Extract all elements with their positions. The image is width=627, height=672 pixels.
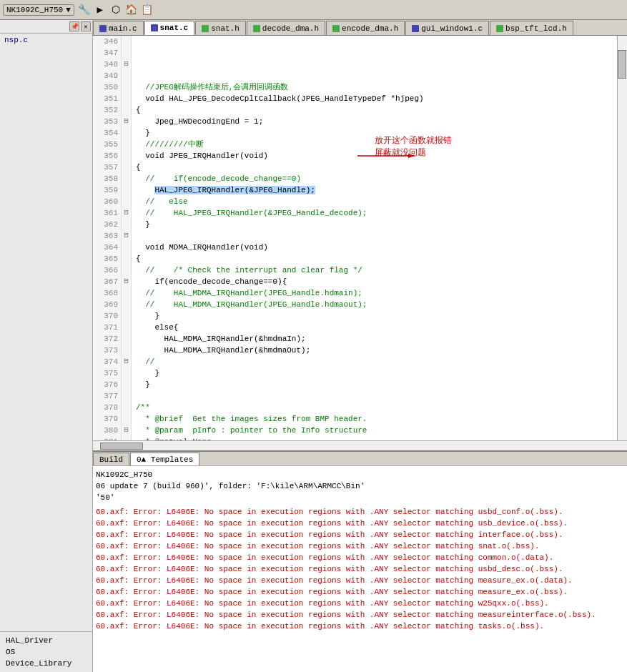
dropdown-icon: ▼ xyxy=(66,6,71,14)
fold-mark-370 xyxy=(122,310,131,322)
code-line-369: HAL_MDMA_IRQHandler(&hmdmaOut); xyxy=(132,345,617,356)
line-number-362: 362 xyxy=(93,219,121,230)
tab-label-main_c: main.c xyxy=(109,24,137,33)
icon-4[interactable]: 🏠 xyxy=(124,3,139,17)
code-line-372: } xyxy=(132,379,617,390)
tab-build[interactable]: Build xyxy=(93,453,129,465)
line-numbers: 3463473483493503513523533543553563573583… xyxy=(93,36,122,440)
tab-gui_window1_c[interactable]: gui_window1.c xyxy=(405,21,489,35)
sidebar-item-hal-driver[interactable]: HAL_Driver xyxy=(3,635,89,646)
editor-container: main.csnat.csnat.hdecode_dma.hencode_dma… xyxy=(93,20,627,672)
sidebar-close-button[interactable]: ✕ xyxy=(81,21,91,31)
code-line-362: // /* Check the interrupt and clear flag… xyxy=(132,265,617,276)
bottom-error-line: 60.axf: Error: L6406E: No space in execu… xyxy=(96,575,624,586)
code-line-364: // HAL_MDMA_IRQHandler(JPEG_Handle.hdmai… xyxy=(132,287,617,299)
line-number-351: 351 xyxy=(93,93,121,104)
tab-templates[interactable]: 0▲ Templates xyxy=(130,453,199,465)
code-line-375: * @brief Get the images sizes from BMP h… xyxy=(132,413,617,425)
fold-mark-372 xyxy=(122,333,131,345)
sidebar-pin-button[interactable]: 📌 xyxy=(69,21,79,31)
fold-mark-374[interactable]: ⊟ xyxy=(122,356,131,367)
bottom-error-line: 60.axf: Error: L6406E: No space in execu… xyxy=(96,506,624,518)
line-number-364: 364 xyxy=(93,242,121,253)
project-title-text: NK1092C_H750 xyxy=(6,6,63,14)
code-line-347: void HAL_JPEG_DecodeCpltCallback(JPEG_Ha… xyxy=(132,93,617,104)
sidebar-top: 📌 ✕ xyxy=(0,20,92,34)
line-number-354: 354 xyxy=(93,127,121,139)
fold-mark-368 xyxy=(122,287,131,299)
fold-mark-358 xyxy=(122,173,131,184)
code-line-373 xyxy=(132,390,617,402)
fold-mark-354 xyxy=(122,127,131,139)
sidebar-item-nsp[interactable]: nsp.c xyxy=(1,35,91,45)
icon-5[interactable]: 📋 xyxy=(140,3,154,17)
fold-mark-361[interactable]: ⊟ xyxy=(122,207,131,219)
code-content[interactable]: 放开这个函数就报错 屏蔽就没问题 //JPEG解码操作结束后,会调用回调函数 v… xyxy=(132,36,617,440)
bottom-error-line: 60.axf: Error: L6406E: No space in execu… xyxy=(96,598,624,609)
fold-mark-357 xyxy=(122,162,131,173)
tabs-bar: main.csnat.csnat.hdecode_dma.hencode_dma… xyxy=(93,20,627,36)
tab-bsp_tft_lcd_h[interactable]: bsp_tft_lcd.h xyxy=(490,21,573,35)
bottom-error-line: 60.axf: Error: L6406E: No space in execu… xyxy=(96,518,624,529)
hscroll-bar[interactable] xyxy=(93,440,627,450)
line-number-359: 359 xyxy=(93,184,121,196)
sidebar-item-os[interactable]: OS xyxy=(3,646,89,658)
code-line-354: // if(encode_decode_change==0) xyxy=(132,173,617,184)
fold-mark-367[interactable]: ⊟ xyxy=(122,276,131,287)
tab-icon-snat_h xyxy=(202,25,209,32)
bottom-error-line: 60.axf: Error: L6406E: No space in execu… xyxy=(96,529,624,540)
fold-mark-348[interactable]: ⊟ xyxy=(122,59,131,70)
code-line-358: } xyxy=(132,219,617,230)
fold-mark-353[interactable]: ⊟ xyxy=(122,116,131,127)
line-number-376: 376 xyxy=(93,379,121,390)
icon-1[interactable]: 🔧 xyxy=(77,3,92,17)
right-scrollbar[interactable] xyxy=(617,36,627,440)
fold-mark-363[interactable]: ⊟ xyxy=(122,230,131,242)
hscroll-thumb[interactable] xyxy=(100,443,143,450)
fold-mark-355 xyxy=(122,139,131,150)
fold-mark-346 xyxy=(122,36,131,47)
vscroll-thumb[interactable] xyxy=(618,50,626,79)
fold-mark-371 xyxy=(122,322,131,333)
project-title[interactable]: NK1092C_H750 ▼ xyxy=(3,4,74,16)
tab-label-bsp_tft_lcd_h: bsp_tft_lcd.h xyxy=(505,24,567,33)
line-number-353: 353 xyxy=(93,116,121,127)
code-line-370: // xyxy=(132,356,617,367)
tab-main_c[interactable]: main.c xyxy=(93,21,144,35)
line-number-358: 358 xyxy=(93,173,121,184)
tab-label-snat_h: snat.h xyxy=(211,24,240,33)
code-line-359 xyxy=(132,230,617,242)
sidebar-bottom: HAL_Driver OS Device_Library xyxy=(0,631,92,672)
code-line-366: } xyxy=(132,310,617,322)
fold-mark-373 xyxy=(122,345,131,356)
fold-mark-376 xyxy=(122,379,131,390)
tab-snat_c[interactable]: snat.c xyxy=(144,21,195,35)
bottom-error-line: 60.axf: Error: L6406E: No space in execu… xyxy=(96,552,624,563)
fold-mark-369 xyxy=(122,299,131,310)
tab-icon-decode_dma_h xyxy=(253,25,260,32)
tab-icon-main_c xyxy=(99,25,107,32)
code-line-377: * @retval None xyxy=(132,436,617,440)
line-number-372: 372 xyxy=(93,333,121,345)
fold-mark-359 xyxy=(122,184,131,196)
fold-mark-380[interactable]: ⊟ xyxy=(122,425,131,436)
tab-encode_dma_h[interactable]: encode_dma.h xyxy=(326,21,405,35)
icon-2[interactable]: ▶ xyxy=(93,3,107,17)
fold-mark-381 xyxy=(122,436,131,440)
code-line-363: if(encode_decode_change==0){ xyxy=(132,276,617,287)
tab-decode_dma_h[interactable]: decode_dma.h xyxy=(247,21,325,35)
line-number-349: 349 xyxy=(93,70,121,81)
fold-mark-365 xyxy=(122,253,131,265)
icon-3[interactable]: ⬡ xyxy=(109,3,123,17)
fold-mark-360 xyxy=(122,196,131,207)
line-number-360: 360 xyxy=(93,196,121,207)
tab-snat_h[interactable]: snat.h xyxy=(195,21,246,35)
line-number-347: 347 xyxy=(93,47,121,59)
sidebar-item-device-library[interactable]: Device_Library xyxy=(3,658,89,669)
line-number-378: 378 xyxy=(93,402,121,413)
fold-mark-352 xyxy=(122,104,131,116)
code-line-374: /** xyxy=(132,402,617,413)
code-line-376: * @param pInfo : pointer to the Info str… xyxy=(132,425,617,436)
code-line-368: HAL_MDMA_IRQHandler(&hmdmaIn); xyxy=(132,333,617,345)
line-number-373: 373 xyxy=(93,345,121,356)
